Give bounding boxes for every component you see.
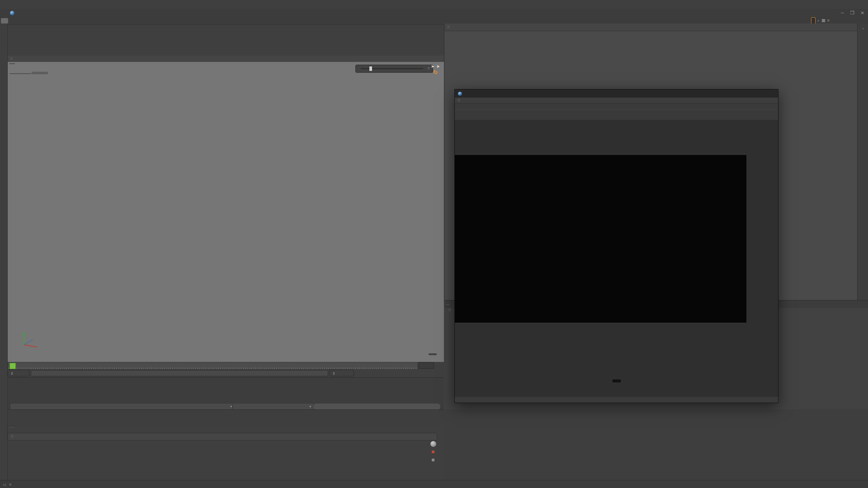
materials-side-icons <box>429 441 438 463</box>
dock-icon[interactable]: ▫ <box>862 26 863 31</box>
gray-square-icon[interactable] <box>432 459 434 461</box>
timeline-range-slider[interactable] <box>31 370 328 376</box>
rendered-image <box>455 155 746 323</box>
speed-handle[interactable] <box>369 66 372 71</box>
cursor-icon[interactable]: ➤ <box>431 64 434 69</box>
renderview-bottom-bar <box>455 396 778 403</box>
rotate-view-icon[interactable]: ↻ <box>433 69 438 75</box>
viewport-statistics <box>9 71 48 74</box>
attribute-manager-tab[interactable] <box>446 304 449 305</box>
layout-select[interactable] <box>811 17 816 24</box>
materials-tab[interactable] <box>8 426 16 427</box>
redshift-renderview-window: ─ ❐ ✕ ⠿ <box>454 89 778 403</box>
drag-handle-icon[interactable]: ⠿ <box>448 308 451 312</box>
render-status-text <box>613 380 621 382</box>
menu-icon[interactable]: ≡ <box>827 18 830 23</box>
viewport-engine-model <box>8 62 444 362</box>
drag-handle-icon[interactable]: ⠿ <box>458 99 460 103</box>
status-bar: ⚏ ≡ <box>0 480 868 488</box>
coordinates-panel: ▾ ▾ <box>8 377 443 410</box>
stats-objects-label <box>9 73 31 74</box>
window-controls: ─ ❐ ✕ <box>841 9 864 17</box>
viewport-menubar: ⠿ <box>7 56 444 62</box>
spinner-icon[interactable]: ▲▼ <box>333 371 335 375</box>
viewport-view-label[interactable] <box>9 63 15 64</box>
redshift-icon <box>458 92 462 96</box>
timeline-ruler[interactable] <box>8 362 418 370</box>
axis-gizmo <box>19 328 39 349</box>
renderview-canvas[interactable] <box>455 120 778 396</box>
transport-bar: ▲▼ ▲▼ <box>8 370 443 376</box>
cursor-icon-2[interactable]: ➤ <box>436 64 440 69</box>
material-manager: ⠿ <box>0 426 444 480</box>
renderview-menubar <box>455 103 778 109</box>
frame-start-field[interactable]: ▲▼ <box>8 370 29 376</box>
drag-handle-icon[interactable]: ⠿ <box>10 57 12 61</box>
rendered-engine <box>455 155 746 323</box>
current-frame-box[interactable] <box>419 362 434 369</box>
minimize-icon[interactable]: ─ <box>841 10 844 15</box>
stats-objects-value <box>32 73 48 74</box>
red-square-icon[interactable] <box>432 450 434 453</box>
stats-total-label <box>32 72 48 73</box>
grid-spacing-label <box>429 353 437 355</box>
maximize-icon[interactable]: ❐ <box>850 10 854 15</box>
viewport-nav-icons: ➤ ➤ ↻ <box>428 63 443 75</box>
right-dock-strip: ▫ <box>857 23 868 300</box>
timeline-playhead[interactable] <box>9 363 16 369</box>
layout-switcher: ⌕ ▦ ≡ <box>809 17 868 24</box>
frame-end-field[interactable]: ▲▼ <box>330 370 354 376</box>
cinema4d-application: ─ ❐ ✕ ⌕ ▦ ≡ ⠿ ▽ <box>0 0 868 488</box>
app-logo-icon <box>1 18 8 23</box>
search-icon[interactable]: ⌕ <box>817 18 820 23</box>
drag-handle-icon[interactable]: ⠿ <box>447 25 449 29</box>
speed-slider[interactable]: ▽ <box>355 65 433 73</box>
grid-status-icon: ⚏ <box>3 482 6 487</box>
close-icon[interactable]: ✕ <box>861 10 864 15</box>
materials-menubar: ⠿ <box>8 433 437 441</box>
grid-icon[interactable]: ▦ <box>821 18 826 23</box>
dock-empty-area <box>444 409 868 480</box>
material-preview-icon[interactable] <box>430 441 436 447</box>
renderview-titlebar[interactable]: ─ ❐ ✕ <box>455 89 778 98</box>
perspective-viewport[interactable]: ▽ ➤ ➤ ↻ <box>8 62 444 362</box>
list-status-icon: ≡ <box>9 482 11 487</box>
renderview-toolbar-handle: ⠿ <box>455 98 778 103</box>
speed-track[interactable] <box>361 68 423 69</box>
app-icon <box>10 11 14 15</box>
left-tool-strip <box>0 23 8 480</box>
object-manager-menubar: ⠿ <box>444 23 868 31</box>
drag-handle-icon[interactable]: ⠿ <box>11 435 13 439</box>
spinner-icon[interactable]: ▲▼ <box>11 371 13 375</box>
main-titlebar[interactable]: ─ ❐ ✕ <box>0 9 868 17</box>
